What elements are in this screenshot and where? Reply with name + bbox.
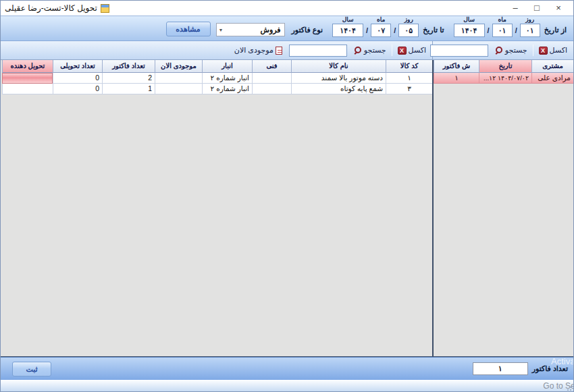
- items-excel-button[interactable]: اکسل: [395, 45, 429, 56]
- resize-grip[interactable]: [570, 389, 571, 391]
- cell-invoice-number[interactable]: ۱: [434, 73, 479, 84]
- to-day-field: روز: [398, 16, 419, 37]
- cell-item-name[interactable]: دسته موتور بالا سمند: [291, 73, 386, 84]
- column-header-item-code[interactable]: کد کالا: [386, 60, 432, 73]
- cell-current-stock[interactable]: [155, 73, 202, 84]
- column-header-item-name[interactable]: نام کالا: [291, 60, 386, 73]
- cell-deliverer[interactable]: [2, 73, 53, 84]
- day-sublabel: روز: [525, 16, 534, 23]
- item-row[interactable]: ۳ شمع پایه کوتاه انبار شماره ۲ 1 0: [1, 84, 432, 94]
- minimize-button[interactable]: –: [504, 1, 526, 15]
- invoice-type-label: نوع فاکتور: [292, 26, 323, 34]
- to-date-label: تا تاریخ: [423, 26, 444, 34]
- invoice-type-select[interactable]: فروش ▼: [216, 23, 285, 36]
- to-month-input[interactable]: [371, 24, 391, 37]
- cell-technical[interactable]: [252, 84, 291, 94]
- window-controls: – □ ×: [504, 1, 569, 15]
- cell-item-code[interactable]: ۳: [386, 84, 432, 94]
- title-group: تحویل کالا-تست-رضا عقیلی: [5, 3, 109, 13]
- stock-report-icon: [276, 47, 282, 55]
- column-header-invoice-number[interactable]: ش فاکتور: [434, 60, 479, 73]
- from-day-field: روز: [520, 16, 540, 37]
- cell-item-name[interactable]: شمع پایه کوتاه: [291, 84, 386, 94]
- from-year-field: سال: [454, 16, 485, 37]
- chevron-down-icon: ▼: [219, 28, 224, 32]
- window-title: تحویل کالا-تست-رضا عقیلی: [5, 3, 97, 13]
- date-separator: /: [488, 26, 490, 34]
- year-sublabel: سال: [342, 16, 354, 23]
- invoices-grid-header: مشتری تاریخ ش فاکتور: [434, 60, 573, 73]
- column-header-date[interactable]: تاریخ: [479, 60, 531, 73]
- cell-invoice-count[interactable]: 1: [102, 84, 155, 94]
- items-grid-header: کد کالا نام کالا فنی انبار موجودی الان ت…: [1, 60, 432, 73]
- cell-warehouse[interactable]: انبار شماره ۲: [202, 73, 252, 84]
- from-date-label: از تاریخ: [544, 26, 567, 34]
- invoices-excel-button[interactable]: اکسل: [536, 45, 570, 56]
- cell-warehouse[interactable]: انبار شماره ۲: [202, 84, 252, 94]
- invoice-row[interactable]: مرادی علی ۱۴۰۴/۰۷/۰۲ ۱۲... ۱: [434, 73, 573, 84]
- column-header-invoice-count[interactable]: تعداد فاکتور: [102, 60, 155, 73]
- search-icon: [495, 47, 503, 55]
- item-row[interactable]: ۱ دسته موتور بالا سمند انبار شماره ۲ 2 0: [1, 73, 432, 84]
- cell-current-stock[interactable]: [155, 84, 202, 94]
- column-header-delivered-count[interactable]: تعداد تحویلی: [53, 60, 102, 73]
- column-header-current-stock[interactable]: موجودی الان: [155, 60, 202, 73]
- to-date-group: تا تاریخ روز / ماه / سال: [332, 16, 444, 37]
- column-header-deliverer[interactable]: تحویل دهنده: [2, 60, 53, 73]
- cell-invoice-count[interactable]: 2: [102, 73, 155, 84]
- column-header-technical[interactable]: فنی: [252, 60, 291, 73]
- from-month-field: ماه: [492, 16, 513, 37]
- excel-icon: [539, 47, 548, 55]
- bottom-bar: تعداد فاکتور ثبت Activat: [1, 357, 573, 380]
- to-year-input[interactable]: [332, 24, 363, 37]
- cell-date[interactable]: ۱۴۰۴/۰۷/۰۲ ۱۲...: [479, 73, 531, 84]
- to-month-field: ماه: [371, 16, 391, 37]
- toolbar-separator: [533, 45, 533, 56]
- maximize-button[interactable]: □: [526, 1, 548, 15]
- cell-deliverer[interactable]: [2, 84, 53, 94]
- invoice-count-label: تعداد فاکتور: [532, 364, 568, 373]
- items-grid: کد کالا نام کالا فنی انبار موجودی الان ت…: [1, 60, 432, 356]
- year-sublabel: سال: [463, 16, 475, 23]
- to-day-input[interactable]: [398, 24, 419, 37]
- month-sublabel: ماه: [377, 16, 385, 23]
- invoices-toolbar: اکسل جستجو: [432, 41, 573, 59]
- items-toolbar: اکسل جستجو موجودی الان: [1, 41, 432, 59]
- cell-customer[interactable]: مرادی علی: [531, 73, 573, 84]
- from-day-input[interactable]: [520, 24, 540, 37]
- items-search-input[interactable]: [289, 45, 347, 57]
- toolbar-separator: [392, 45, 392, 56]
- from-year-input[interactable]: [454, 24, 485, 37]
- month-sublabel: ماه: [498, 16, 506, 23]
- date-separator: /: [394, 26, 396, 34]
- from-date-group: از تاریخ روز / ماه / سال: [454, 16, 567, 37]
- excel-icon: [398, 47, 407, 55]
- current-stock-button[interactable]: موجودی الان: [232, 45, 285, 56]
- view-button[interactable]: مشاهده: [166, 22, 211, 36]
- invoices-search-button[interactable]: جستجو: [492, 45, 530, 56]
- cell-item-code[interactable]: ۱: [386, 73, 432, 84]
- close-button[interactable]: ×: [548, 1, 569, 15]
- cell-technical[interactable]: [252, 73, 291, 84]
- cell-delivered-count[interactable]: 0: [53, 73, 102, 84]
- day-sublabel: روز: [405, 16, 413, 23]
- column-header-customer[interactable]: مشتری: [531, 60, 573, 73]
- column-header-warehouse[interactable]: انبار: [202, 60, 252, 73]
- invoice-type-value: فروش: [260, 26, 280, 34]
- toolbar-row: اکسل جستجو اکسل جستجو موجودی: [1, 41, 573, 60]
- invoice-count-box[interactable]: [473, 362, 528, 375]
- date-separator: /: [366, 26, 368, 34]
- invoices-grid: مشتری تاریخ ش فاکتور مرادی علی ۱۴۰۴/۰۷/۰…: [432, 60, 573, 356]
- submit-button[interactable]: ثبت: [12, 362, 51, 376]
- invoices-search-input[interactable]: [430, 45, 488, 57]
- date-separator: /: [515, 26, 517, 34]
- items-search-button[interactable]: جستجو: [351, 45, 389, 56]
- from-month-input[interactable]: [492, 24, 513, 37]
- main-area: مشتری تاریخ ش فاکتور مرادی علی ۱۴۰۴/۰۷/۰…: [1, 60, 573, 357]
- app-icon: [101, 4, 109, 13]
- to-year-field: سال: [332, 16, 363, 37]
- cell-delivered-count[interactable]: 0: [53, 84, 102, 94]
- app-window: تحویل کالا-تست-رضا عقیلی – □ × از تاریخ …: [0, 0, 574, 392]
- status-strip: Go to Set: [1, 380, 573, 392]
- filter-band: از تاریخ روز / ماه / سال تا تاریخ روز /: [1, 16, 573, 41]
